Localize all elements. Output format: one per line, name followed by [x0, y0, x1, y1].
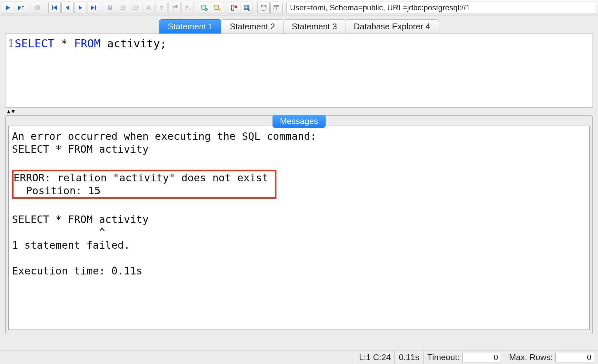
find-data-button[interactable]: [241, 2, 253, 14]
filter-button[interactable]: [155, 2, 168, 14]
bookmarks-button[interactable]: [228, 2, 240, 14]
messages-body[interactable]: An error occurred when executing the SQL…: [8, 126, 590, 330]
svg-marker-23: [159, 6, 164, 10]
svg-text:+: +: [124, 5, 126, 8]
svg-point-25: [175, 5, 178, 8]
svg-marker-6: [53, 5, 57, 10]
svg-rect-10: [95, 5, 96, 10]
status-cursor: L:1 C:24: [355, 351, 394, 364]
connection-info: User=tomi, Schema=public, URL=jdbc:postg…: [286, 2, 596, 14]
duplicate-row-button[interactable]: [130, 2, 142, 14]
tab-database-explorer-4[interactable]: Database Explorer 4: [345, 19, 439, 34]
msg-error-1: ERROR: relation "activity" does not exis…: [14, 172, 268, 184]
svg-marker-27: [189, 9, 191, 10]
tab-statement-1[interactable]: Statement 1: [159, 19, 222, 34]
messages-tab[interactable]: Messages: [273, 115, 326, 128]
svg-marker-8: [79, 5, 82, 10]
msg-intro-2: SELECT * FROM activity: [12, 143, 149, 155]
status-maxrows: Max. Rows: 0: [505, 351, 598, 364]
prev-record-button[interactable]: [61, 2, 74, 14]
timeout-field[interactable]: 0: [462, 353, 501, 362]
first-record-button[interactable]: [48, 2, 61, 14]
svg-marker-20: [138, 6, 139, 8]
svg-text:I: I: [22, 5, 24, 10]
commit-button[interactable]: [198, 2, 210, 14]
editor-text-rest: activity;: [101, 37, 167, 50]
tab-statement-2[interactable]: Statement 2: [221, 19, 284, 34]
svg-rect-5: [52, 5, 53, 10]
messages-panel: Messages An error occurred when executin…: [5, 115, 593, 334]
msg-intro-1: An error occurred when executing the SQL…: [12, 130, 316, 142]
last-record-button[interactable]: [87, 2, 99, 14]
svg-point-4: [36, 6, 40, 10]
stop-button[interactable]: [32, 2, 44, 14]
filter-menu-button[interactable]: [181, 2, 194, 14]
save-changes-button[interactable]: [104, 2, 116, 14]
run-to-cursor-button[interactable]: I: [15, 2, 27, 14]
statement-tabs: Statement 1 Statement 2 Statement 3 Data…: [0, 15, 598, 34]
add-row-button[interactable]: +: [117, 2, 129, 14]
svg-rect-34: [244, 5, 249, 10]
sql-editor[interactable]: 1SELECT * FROM activity;: [5, 34, 593, 108]
svg-point-30: [214, 5, 219, 7]
status-maxrows-label: Max. Rows:: [509, 352, 553, 362]
status-bar: L:1 C:24 0.11s Timeout: 0 Max. Rows: 0: [0, 350, 598, 364]
msg-fail: 1 statement failed.: [12, 239, 130, 251]
database-browser-button[interactable]: [257, 2, 270, 14]
msg-exec: Execution time: 0.11s: [12, 265, 143, 277]
maxrows-field[interactable]: 0: [555, 353, 594, 362]
error-highlight: ERROR: relation "activity" does not exis…: [12, 170, 276, 199]
kw-from: FROM: [74, 37, 101, 50]
filter-off-button[interactable]: [168, 2, 181, 14]
delete-row-button[interactable]: [143, 2, 155, 14]
svg-marker-0: [6, 5, 10, 10]
status-timeout: Timeout: 0: [423, 351, 505, 364]
msg-error-2: Position: 15: [14, 185, 101, 197]
toolbar: I +: [0, 0, 598, 15]
kw-select: SELECT: [15, 37, 54, 50]
svg-marker-26: [184, 6, 189, 10]
msg-echo-2: ^: [12, 226, 105, 238]
status-timeout-label: Timeout:: [427, 352, 460, 362]
svg-rect-32: [232, 5, 234, 10]
svg-marker-1: [18, 5, 21, 10]
svg-point-33: [234, 5, 237, 8]
svg-rect-12: [109, 6, 111, 7]
svg-point-40: [261, 5, 266, 7]
rollback-button[interactable]: [211, 2, 223, 14]
msg-echo-1: SELECT * FROM activity: [12, 213, 149, 225]
svg-marker-7: [66, 5, 69, 10]
svg-point-28: [201, 5, 206, 7]
svg-marker-9: [91, 5, 95, 10]
status-elapsed: 0.11s: [394, 351, 423, 364]
splitter-handle[interactable]: ▲▼: [0, 108, 598, 115]
table-view-button[interactable]: [270, 2, 283, 14]
svg-rect-42: [274, 5, 279, 7]
line-number: 1: [7, 37, 14, 50]
tab-statement-3[interactable]: Statement 3: [283, 19, 346, 34]
next-record-button[interactable]: [74, 2, 86, 14]
editor-text-star: *: [54, 37, 74, 50]
run-button[interactable]: [2, 2, 14, 14]
